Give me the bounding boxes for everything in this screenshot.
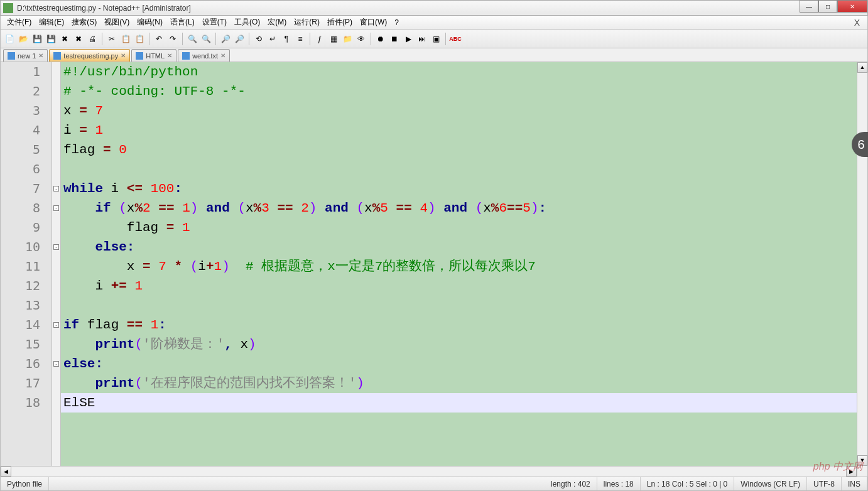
undo-icon[interactable]: ↶ <box>153 33 165 45</box>
fold-toggle-icon[interactable]: - <box>53 361 59 367</box>
code-line[interactable]: flag = 1 <box>61 218 857 237</box>
show-all-chars-icon[interactable]: ¶ <box>280 33 293 45</box>
find-icon[interactable]: 🔍 <box>186 33 198 45</box>
tab[interactable]: testrequestimg.py✕ <box>49 49 130 62</box>
fold-toggle-icon[interactable]: - <box>53 205 59 211</box>
paste-icon[interactable]: 📋 <box>133 33 146 45</box>
play-macro-icon[interactable]: ▶ <box>402 33 415 45</box>
monitor-icon[interactable]: 👁 <box>355 33 367 45</box>
code-line[interactable]: while i <= 100: <box>61 179 857 198</box>
menu-close-icon[interactable]: X <box>849 18 865 28</box>
code-line[interactable]: # -*- coding: UTF-8 -*- <box>61 82 857 101</box>
print-icon[interactable]: 🖨 <box>86 33 99 45</box>
tab[interactable]: HTML✕ <box>131 49 176 62</box>
code-area[interactable]: #!/usr/bin/python# -*- coding: UTF-8 -*-… <box>61 62 857 477</box>
scroll-up-icon[interactable]: ▲ <box>857 62 867 73</box>
menu-item[interactable]: 文件(F) <box>3 16 35 29</box>
code-line[interactable]: i = 1 <box>61 121 857 140</box>
menu-item[interactable]: 运行(R) <box>290 16 323 29</box>
copy-icon[interactable]: 📋 <box>119 33 132 45</box>
code-line[interactable]: print('阶梯数是：', x) <box>61 335 857 354</box>
replace-icon[interactable]: 🔍 <box>200 33 212 45</box>
fold-column[interactable]: ----- <box>52 62 61 477</box>
tab-label: wend.txt <box>192 52 218 60</box>
maximize-button[interactable]: □ <box>818 0 837 13</box>
redo-icon[interactable]: ↷ <box>166 33 179 45</box>
code-line[interactable]: flag = 0 <box>61 140 857 159</box>
indent-guide-icon[interactable]: ≡ <box>294 33 307 45</box>
code-line[interactable]: #!/usr/bin/python <box>61 62 857 82</box>
tabbar: new 1✕testrequestimg.py✕HTML✕wend.txt✕ <box>0 48 868 62</box>
code-line[interactable]: else: <box>61 237 857 257</box>
tab[interactable]: wend.txt✕ <box>178 49 230 62</box>
titlebar[interactable]: D:\txt\testrequestimg.py - Notepad++ [Ad… <box>0 0 868 16</box>
file-icon <box>182 52 190 60</box>
zoom-in-icon[interactable]: 🔎 <box>219 33 232 45</box>
code-line[interactable]: if flag == 1: <box>61 315 857 335</box>
line-number: 14 <box>1 315 52 335</box>
spellcheck-icon[interactable]: ABC <box>449 33 462 45</box>
menu-item[interactable]: 编辑(E) <box>35 16 68 29</box>
toolbar-separator <box>445 33 446 45</box>
status-filetype: Python file <box>1 477 49 490</box>
scroll-left-icon[interactable]: ◀ <box>1 467 11 477</box>
zoom-out-icon[interactable]: 🔎 <box>233 33 246 45</box>
horizontal-scrollbar[interactable]: ◀ ▶ <box>1 466 857 477</box>
tab-close-icon[interactable]: ✕ <box>220 52 225 59</box>
close-file-icon[interactable]: ✖ <box>58 33 71 45</box>
scroll-track[interactable] <box>11 467 846 477</box>
code-line[interactable]: x = 7 <box>61 101 857 121</box>
status-length: length : 402 <box>545 477 597 490</box>
code-line[interactable]: i += 1 <box>61 276 857 296</box>
sync-icon[interactable]: ⟲ <box>252 33 265 45</box>
folder-view-icon[interactable]: 📁 <box>341 33 354 45</box>
vertical-scrollbar[interactable]: ▲ ▼ <box>857 62 867 477</box>
code-line[interactable] <box>61 296 857 315</box>
doc-map-icon[interactable]: ▦ <box>327 33 340 45</box>
fold-toggle-icon[interactable]: - <box>53 186 59 192</box>
fold-toggle-icon[interactable]: - <box>53 244 59 250</box>
function-list-icon[interactable]: ƒ <box>313 33 326 45</box>
menu-item[interactable]: 插件(P) <box>323 16 356 29</box>
close-all-icon[interactable]: ✖ <box>72 33 85 45</box>
menu-item[interactable]: 工具(O) <box>231 16 264 29</box>
stop-macro-icon[interactable]: ⏹ <box>388 33 401 45</box>
save-macro-icon[interactable]: ▣ <box>430 33 442 45</box>
cut-icon[interactable]: ✂ <box>106 33 118 45</box>
menu-item[interactable]: 搜索(S) <box>68 16 100 29</box>
menu-item[interactable]: 编码(N) <box>133 16 166 29</box>
fold-toggle-icon[interactable]: - <box>53 322 59 328</box>
wordwrap-icon[interactable]: ↵ <box>266 33 279 45</box>
code-line[interactable]: x = 7 * (i+1) # 根据题意，x一定是7的整数倍，所以每次乘以7 <box>61 257 857 276</box>
close-button[interactable]: ✕ <box>837 0 867 13</box>
tab-close-icon[interactable]: ✕ <box>38 52 43 59</box>
code-line[interactable]: print('在程序限定的范围内找不到答案！') <box>61 374 857 393</box>
tab-label: new 1 <box>18 52 36 60</box>
play-multi-icon[interactable]: ⏭ <box>416 33 428 45</box>
save-all-icon[interactable]: 💾 <box>45 33 57 45</box>
line-number: 17 <box>1 374 52 393</box>
status-position: Ln : 18 Col : 5 Sel : 0 | 0 <box>641 477 735 490</box>
tab[interactable]: new 1✕ <box>3 49 48 62</box>
toolbar-separator <box>215 33 216 45</box>
record-macro-icon[interactable]: ⏺ <box>374 33 387 45</box>
line-number: 2 <box>1 82 52 101</box>
menu-item[interactable]: 语言(L) <box>166 16 198 29</box>
tab-label: HTML <box>146 52 165 60</box>
menu-item[interactable]: 宏(M) <box>264 16 290 29</box>
save-icon[interactable]: 💾 <box>31 33 43 45</box>
menu-item[interactable]: 设置(T) <box>198 16 231 29</box>
menu-item[interactable]: 窗口(W) <box>356 16 391 29</box>
code-line[interactable]: else: <box>61 354 857 374</box>
tab-close-icon[interactable]: ✕ <box>121 52 126 59</box>
code-line[interactable]: ElSE <box>61 393 857 413</box>
tab-close-icon[interactable]: ✕ <box>167 52 172 59</box>
menu-item[interactable]: ? <box>391 17 403 28</box>
menu-item[interactable]: 视图(V) <box>100 16 133 29</box>
minimize-button[interactable]: — <box>800 0 818 13</box>
line-number: 11 <box>1 257 52 276</box>
code-line[interactable]: if (x%2 == 1) and (x%3 == 2) and (x%5 ==… <box>61 198 857 218</box>
code-line[interactable] <box>61 159 857 179</box>
new-file-icon[interactable]: 📄 <box>3 33 16 45</box>
open-file-icon[interactable]: 📂 <box>17 33 30 45</box>
